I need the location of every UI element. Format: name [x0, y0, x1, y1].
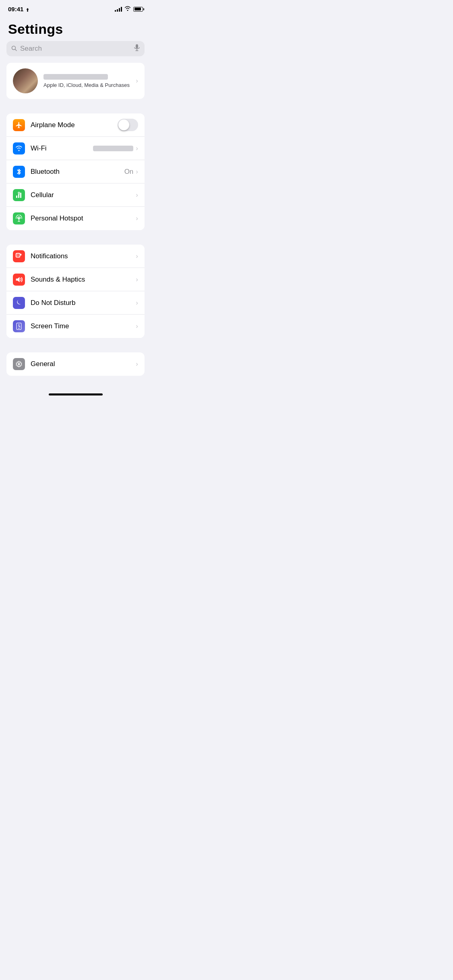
sounds-row[interactable]: Sounds & Haptics › — [6, 268, 145, 291]
dnd-row[interactable]: Do Not Disturb › — [6, 291, 145, 315]
svg-rect-6 — [18, 194, 19, 198]
svg-rect-5 — [16, 196, 17, 198]
search-bar[interactable]: Search — [6, 41, 145, 56]
airplane-mode-label: Airplane Mode — [31, 121, 118, 129]
general-label: General — [31, 360, 136, 368]
avatar — [13, 68, 38, 93]
apple-id-section: Apple ID, iCloud, Media & Purchases › — [0, 63, 151, 99]
cellular-chevron: › — [136, 191, 138, 199]
svg-point-18 — [18, 363, 20, 365]
apple-id-name-blur — [43, 74, 108, 80]
apple-id-chevron: › — [136, 77, 138, 85]
page-title-container: Settings — [0, 15, 151, 41]
wifi-chevron: › — [136, 144, 138, 152]
battery-icon — [133, 7, 143, 12]
wifi-row-icon — [13, 142, 25, 154]
dnd-label: Do Not Disturb — [31, 299, 136, 307]
svg-rect-2 — [136, 44, 138, 48]
wifi-network-name-blur — [93, 146, 133, 151]
search-icon — [11, 45, 17, 52]
notifications-icon — [13, 250, 25, 262]
hotspot-label: Personal Hotspot — [31, 214, 136, 222]
svg-point-17 — [19, 328, 19, 329]
page-title: Settings — [8, 21, 143, 37]
hotspot-icon — [13, 212, 25, 224]
sounds-label: Sounds & Haptics — [31, 276, 136, 284]
personal-hotspot-row[interactable]: Personal Hotspot › — [6, 207, 145, 230]
notifications-chevron: › — [136, 252, 138, 260]
airplane-mode-row[interactable]: Airplane Mode — [6, 113, 145, 137]
svg-rect-7 — [20, 193, 21, 198]
home-bar — [49, 393, 103, 395]
svg-line-1 — [15, 49, 17, 51]
bluetooth-row[interactable]: Bluetooth On › — [6, 160, 145, 183]
apple-id-row[interactable]: Apple ID, iCloud, Media & Purchases › — [6, 63, 145, 99]
screentime-row[interactable]: Screen Time › — [6, 315, 145, 338]
status-icons — [115, 6, 143, 12]
general-section: General › — [0, 352, 151, 376]
svg-line-16 — [19, 326, 20, 327]
sounds-icon — [13, 274, 25, 286]
hotspot-chevron: › — [136, 214, 138, 222]
home-indicator — [0, 390, 151, 400]
dnd-icon — [13, 297, 25, 309]
status-bar: 09:41 — [0, 0, 151, 15]
status-time: 09:41 — [8, 6, 29, 12]
cellular-row[interactable]: Cellular › — [6, 183, 145, 207]
search-placeholder[interactable]: Search — [20, 45, 131, 53]
apple-id-subtitle: Apple ID, iCloud, Media & Purchases — [43, 82, 136, 88]
wifi-icon — [124, 6, 131, 12]
svg-point-8 — [18, 218, 20, 220]
screentime-chevron: › — [136, 322, 138, 330]
signal-icon — [115, 7, 122, 12]
svg-marker-13 — [16, 277, 20, 282]
bluetooth-label: Bluetooth — [31, 168, 124, 176]
notifications-label: Notifications — [31, 252, 136, 260]
dnd-chevron: › — [136, 299, 138, 307]
wifi-label: Wi-Fi — [31, 144, 93, 152]
general-icon — [13, 358, 25, 370]
notifications-settings-group: Notifications › Sounds & Haptics › D — [6, 245, 145, 338]
cellular-label: Cellular — [31, 191, 136, 199]
mic-icon[interactable] — [134, 44, 140, 53]
bluetooth-icon — [13, 166, 25, 178]
screentime-icon — [13, 320, 25, 332]
network-settings-group: Airplane Mode Wi-Fi › — [6, 113, 145, 230]
screentime-label: Screen Time — [31, 322, 136, 330]
apple-id-text: Apple ID, iCloud, Media & Purchases — [43, 74, 136, 88]
general-chevron: › — [136, 360, 138, 368]
sounds-chevron: › — [136, 276, 138, 284]
network-section: Airplane Mode Wi-Fi › — [0, 113, 151, 230]
airplane-mode-toggle[interactable] — [118, 119, 138, 131]
bluetooth-chevron: › — [136, 168, 138, 176]
wifi-row[interactable]: Wi-Fi › — [6, 137, 145, 160]
airplane-mode-icon — [13, 119, 25, 131]
cellular-icon — [13, 189, 25, 201]
bluetooth-value: On — [124, 168, 134, 176]
general-settings-group: General › — [6, 352, 145, 376]
general-row[interactable]: General › — [6, 352, 145, 376]
notifications-section: Notifications › Sounds & Haptics › D — [0, 245, 151, 338]
notifications-row[interactable]: Notifications › — [6, 245, 145, 268]
